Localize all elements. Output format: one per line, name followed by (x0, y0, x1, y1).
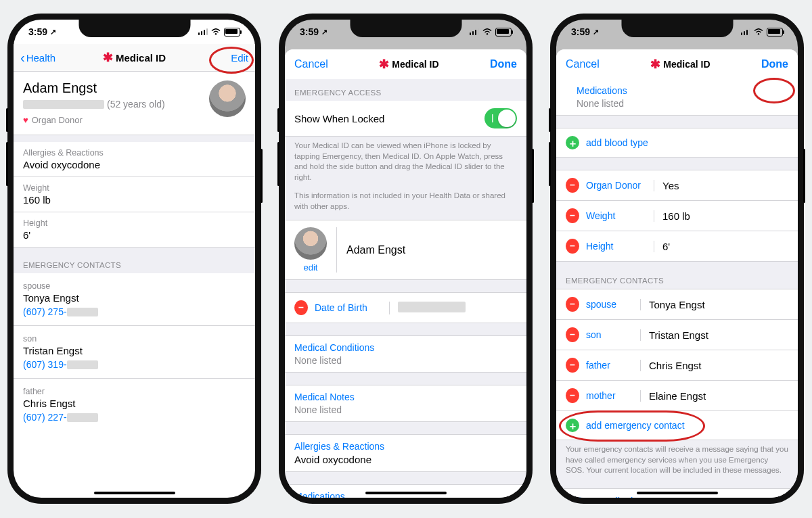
battery-icon (224, 28, 240, 37)
medical-notes-row[interactable]: Medical Notes None listed (285, 385, 526, 422)
contact-son-row[interactable]: – son Tristan Engst (556, 320, 798, 350)
contact-son[interactable]: son Tristan Engst (607) 319- (14, 326, 255, 379)
nav-bar: ‹Health ✱Medical ID Edit (14, 44, 255, 72)
contact-phone[interactable]: (607) 319- (23, 359, 67, 370)
contact-mother-row[interactable]: – mother Elaine Engst (556, 381, 798, 411)
cell-signal-icon (741, 28, 751, 35)
profile-name-field[interactable]: Adam Engst (336, 227, 517, 273)
cell-signal-icon (198, 28, 208, 35)
remove-icon[interactable]: – (566, 327, 579, 342)
remove-icon[interactable]: – (566, 239, 579, 254)
height-row: Height 6' (14, 212, 255, 248)
profile-name: Adam Engst (23, 80, 209, 96)
asterisk-icon: ✱ (379, 57, 389, 72)
allergies-row[interactable]: Allergies & Reactions Avoid oxycodone (285, 434, 526, 472)
nav-title: ✱Medical ID (103, 51, 166, 64)
organ-donor-row[interactable]: – Organ Donor Yes (556, 170, 798, 201)
emergency-contacts-header: EMERGENCY CONTACTS (14, 248, 255, 273)
add-blood-type-row[interactable]: ＋ add blood type (556, 128, 798, 158)
access-note-2: This information is not included in your… (285, 191, 526, 220)
contact-phone[interactable]: (607) 275- (23, 306, 67, 317)
remove-icon[interactable]: – (566, 297, 579, 312)
dob-redacted (23, 100, 104, 109)
status-time: 3:59 (571, 26, 590, 37)
phone-redacted (67, 308, 98, 316)
remove-icon[interactable]: – (566, 388, 579, 403)
height-row[interactable]: – Height 6' (556, 231, 798, 262)
contact-phone[interactable]: (607) 227- (23, 412, 67, 423)
profile-age: (52 years old) (107, 99, 165, 110)
emergency-access-header: EMERGENCY ACCESS (285, 79, 526, 101)
contact-father[interactable]: father Chris Engst (607) 227- (14, 379, 255, 431)
access-note-1: Your Medical ID can be viewed when iPhon… (285, 137, 526, 191)
svg-point-1 (487, 33, 488, 34)
phone-redacted (67, 360, 98, 369)
nav-title: ✱Medical ID (650, 57, 710, 72)
medical-conditions-row[interactable]: Medical Conditions None listed (285, 335, 526, 373)
weight-row[interactable]: – Weight 160 lb (556, 201, 798, 231)
dob-row[interactable]: – Date of Birth (285, 292, 526, 323)
contacts-footer-note: Your emergency contacts will receive a m… (556, 440, 798, 484)
show-when-locked-row: Show When Locked (285, 101, 526, 137)
remove-icon[interactable]: – (566, 178, 579, 193)
avatar (294, 227, 327, 260)
phone-redacted (67, 413, 98, 422)
battery-icon (495, 28, 512, 37)
remove-icon[interactable]: – (566, 208, 579, 223)
cancel-button[interactable]: Cancel (566, 58, 600, 70)
remove-icon[interactable]: – (566, 358, 579, 373)
asterisk-icon: ✱ (650, 57, 660, 72)
asterisk-icon: ✱ (103, 51, 113, 64)
show-when-locked-toggle[interactable] (484, 108, 517, 128)
emergency-contacts-header: EMERGENCY CONTACTS (556, 262, 798, 289)
organ-donor-label: Organ Donor (32, 115, 83, 125)
wifi-icon (211, 26, 221, 37)
back-button[interactable]: ‹Health (20, 51, 68, 64)
heart-icon: ♥ (23, 115, 28, 125)
status-time: 3:59 (28, 26, 47, 37)
allergies-row: Allergies & Reactions Avoid oxycodone (14, 142, 255, 177)
status-time: 3:59 (300, 26, 319, 37)
profile-card: Adam Engst (52 years old) ♥Organ Donor (14, 71, 255, 135)
weight-row: Weight 160 lb (14, 177, 255, 212)
svg-point-0 (215, 33, 217, 34)
location-arrow-icon: ↗ (321, 28, 328, 37)
add-icon[interactable]: ＋ (566, 136, 579, 149)
add-emergency-contact-row[interactable]: ＋ add emergency contact (556, 411, 798, 440)
wifi-icon (754, 26, 763, 37)
remove-icon[interactable]: – (294, 300, 308, 315)
done-button[interactable]: Done (761, 58, 788, 70)
contact-spouse-row[interactable]: – spouse Tonya Engst (556, 289, 798, 320)
edit-photo-button[interactable]: edit (304, 262, 318, 273)
edit-button[interactable]: Edit (201, 52, 248, 64)
nav-title: ✱Medical ID (379, 57, 438, 72)
cancel-button[interactable]: Cancel (294, 58, 328, 70)
svg-point-2 (758, 33, 759, 34)
location-arrow-icon: ↗ (593, 28, 599, 37)
battery-icon (767, 28, 783, 37)
cell-signal-icon (470, 28, 480, 35)
dob-redacted (398, 302, 466, 312)
wifi-icon (482, 26, 492, 37)
add-icon[interactable]: ＋ (566, 419, 579, 432)
done-button[interactable]: Done (490, 58, 517, 70)
contact-father-row[interactable]: – father Chris Engst (556, 350, 798, 381)
chevron-left-icon: ‹ (20, 51, 25, 64)
medications-row[interactable]: Medications None listed (556, 79, 798, 116)
contact-spouse[interactable]: spouse Tonya Engst (607) 275- (14, 273, 255, 326)
location-arrow-icon: ↗ (50, 28, 56, 37)
avatar (209, 80, 246, 117)
show-when-locked-label: Show When Locked (294, 113, 384, 124)
